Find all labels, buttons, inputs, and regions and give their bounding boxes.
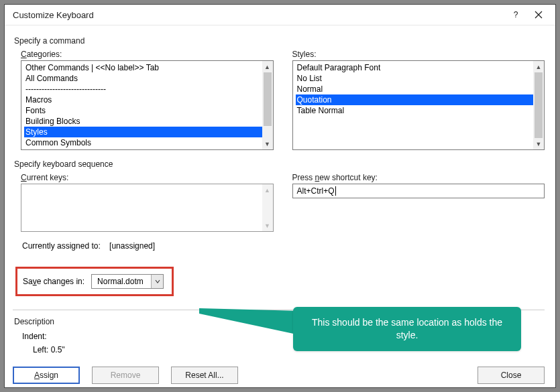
categories-listbox[interactable]: Other Commands | <<No label>> Tab All Co…: [21, 60, 274, 150]
scroll-thumb[interactable]: [264, 72, 272, 126]
save-changes-highlight: Save changes in: Normal.dotm: [15, 267, 174, 296]
list-item[interactable]: Table Normal: [296, 105, 534, 116]
styles-label: Styles:: [292, 50, 545, 59]
shortcut-input[interactable]: Alt+Ctrl+Q: [292, 184, 545, 198]
close-icon: [535, 11, 543, 19]
description-line: Indent:: [22, 332, 545, 341]
description-line: Left: 0.5": [33, 345, 545, 354]
close-dialog-button[interactable]: Close: [478, 367, 545, 384]
help-button[interactable]: ?: [504, 5, 527, 25]
dropdown-button[interactable]: [151, 275, 163, 288]
current-keys-listbox[interactable]: ▲ ▼: [21, 184, 274, 232]
press-new-label: Press new shortcut key:: [292, 173, 545, 182]
categories-column: Categories: Other Commands | <<No label>…: [21, 50, 274, 150]
list-item-selected[interactable]: Quotation: [296, 94, 534, 105]
scroll-down-icon[interactable]: ▼: [262, 138, 273, 149]
list-separator: ------------------------------: [24, 84, 262, 94]
close-button[interactable]: [527, 5, 550, 25]
save-changes-label: Save changes in:: [23, 277, 85, 286]
press-new-column: Press new shortcut key: Alt+Ctrl+Q: [292, 173, 545, 232]
scroll-up-icon[interactable]: ▲: [262, 61, 273, 72]
list-item[interactable]: Normal: [296, 84, 534, 94]
list-item[interactable]: Building Blocks: [24, 116, 262, 127]
scroll-up-icon: ▲: [262, 184, 273, 196]
current-keys-column: Current keys: ▲ ▼: [21, 173, 274, 232]
specify-command-label: Specify a command: [14, 36, 545, 46]
remove-button[interactable]: Remove: [92, 367, 159, 384]
assigned-value: [unassigned]: [109, 241, 155, 251]
save-changes-value: Normal.dotm: [92, 277, 151, 286]
specify-sequence-label: Specify keyboard sequence: [14, 159, 545, 169]
current-keys-label: Current keys:: [21, 173, 274, 182]
assigned-label: Currently assigned to:: [22, 241, 101, 251]
scroll-down-icon: ▼: [262, 220, 273, 231]
save-changes-select[interactable]: Normal.dotm: [91, 274, 164, 289]
shortcut-value: Alt+Ctrl+Q: [297, 186, 335, 196]
styles-listbox[interactable]: Default Paragraph Font No List Normal Qu…: [292, 60, 545, 150]
list-item[interactable]: All Commands: [24, 73, 262, 84]
customize-keyboard-dialog: Customize Keyboard ? Specify a command C…: [4, 4, 556, 388]
scrollbar[interactable]: ▲ ▼: [262, 61, 273, 149]
description-heading: Description: [14, 317, 545, 326]
text-caret: [335, 186, 336, 196]
titlebar: Customize Keyboard ?: [5, 5, 555, 25]
assign-button[interactable]: Assign: [13, 367, 80, 384]
assigned-row: Currently assigned to: [unassigned]: [22, 241, 545, 251]
list-item[interactable]: No List: [296, 73, 534, 84]
scroll-down-icon[interactable]: ▼: [533, 138, 544, 149]
reset-all-button[interactable]: Reset All...: [171, 367, 238, 384]
scroll-up-icon[interactable]: ▲: [533, 61, 544, 72]
list-item[interactable]: Other Commands | <<No label>> Tab: [24, 62, 262, 73]
scrollbar[interactable]: ▲ ▼: [533, 61, 544, 149]
scroll-thumb[interactable]: [535, 72, 543, 138]
divider: [13, 310, 545, 310]
scrollbar: ▲ ▼: [262, 184, 273, 231]
list-item[interactable]: Common Symbols: [24, 137, 262, 148]
chevron-down-icon: [155, 279, 160, 284]
list-item[interactable]: Default Paragraph Font: [296, 62, 534, 73]
dialog-title: Customize Keyboard: [13, 10, 504, 20]
categories-label: Categories:: [21, 50, 274, 59]
description-section: Description Indent: Left: 0.5": [13, 314, 545, 354]
list-item[interactable]: Macros: [24, 94, 262, 105]
styles-column: Styles: Default Paragraph Font No List N…: [292, 50, 545, 150]
list-item-selected[interactable]: Styles: [24, 127, 262, 137]
list-item[interactable]: Fonts: [24, 105, 262, 116]
